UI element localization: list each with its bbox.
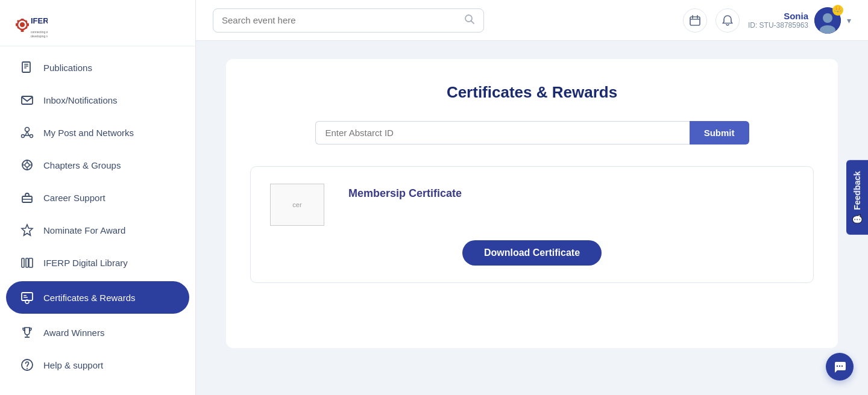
certificate-card: cer Membersip Certificate Download Certi… xyxy=(250,166,814,283)
feedback-label: Feedback xyxy=(852,171,862,210)
inbox-icon xyxy=(19,92,35,108)
sidebar-item-nominate[interactable]: Nominate For Award xyxy=(6,214,189,246)
svg-point-19 xyxy=(22,135,25,138)
calendar-button[interactable] xyxy=(683,8,707,33)
sidebar-item-chapters[interactable]: Chapters & Groups xyxy=(6,149,189,181)
search-icon[interactable] xyxy=(464,14,475,27)
abstract-id-input[interactable] xyxy=(315,121,690,145)
svg-rect-39 xyxy=(24,295,27,296)
svg-line-46 xyxy=(471,20,474,23)
svg-rect-40 xyxy=(24,297,28,298)
nominate-icon xyxy=(19,222,35,238)
svg-rect-5 xyxy=(27,23,29,26)
svg-rect-15 xyxy=(24,66,28,67)
sidebar-item-label: Publications xyxy=(43,63,92,73)
svg-point-56 xyxy=(841,365,843,367)
sidebar-item-label: Award Winners xyxy=(43,328,104,338)
user-section[interactable]: Sonia ID: STU-38785963 👑 ▾ xyxy=(748,7,851,34)
search-input[interactable] xyxy=(222,15,459,25)
svg-point-20 xyxy=(30,135,33,138)
sidebar-item-label: Nominate For Award xyxy=(43,225,125,235)
cert-top: cer Membersip Certificate xyxy=(270,184,794,226)
user-id: ID: STU-38785963 xyxy=(748,21,808,30)
svg-point-25 xyxy=(25,163,30,167)
header: Sonia ID: STU-38785963 👑 ▾ xyxy=(196,0,868,41)
page-content: Certificates & Rewards Submit cer Member… xyxy=(196,41,868,395)
svg-point-54 xyxy=(837,365,838,367)
svg-text:connecting engineers,: connecting engineers, xyxy=(31,30,48,34)
abstract-form: Submit xyxy=(315,121,749,145)
sidebar-item-certificates[interactable]: Certificates & Rewards xyxy=(6,281,189,314)
sidebar-item-label: IFERP Digital Library xyxy=(43,258,128,268)
career-icon xyxy=(19,190,35,205)
sidebar-item-help[interactable]: Help & support xyxy=(6,349,189,381)
logo-area: IFERP connecting engineers, developing r… xyxy=(0,0,195,46)
svg-point-18 xyxy=(25,128,30,132)
sidebar-item-library[interactable]: IFERP Digital Library xyxy=(6,246,189,279)
certificate-image: cer xyxy=(270,184,324,226)
chat-button[interactable] xyxy=(826,353,854,381)
sidebar-item-label: Inbox/Notifications xyxy=(43,95,118,105)
user-info: Sonia ID: STU-38785963 xyxy=(748,11,808,30)
crown-badge: 👑 xyxy=(832,5,843,16)
sidebar-item-label: Help & support xyxy=(43,360,103,370)
logo-icon: IFERP connecting engineers, developing r… xyxy=(12,10,48,39)
header-icons: Sonia ID: STU-38785963 👑 ▾ xyxy=(683,7,851,34)
svg-rect-14 xyxy=(24,64,28,65)
chapters-icon xyxy=(19,157,35,173)
feedback-tab[interactable]: 💬 Feedback xyxy=(846,160,868,235)
svg-rect-35 xyxy=(29,258,33,267)
search-bar[interactable] xyxy=(213,8,484,33)
download-certificate-button[interactable]: Download Certificate xyxy=(462,240,602,266)
page-title: Certificates & Rewards xyxy=(250,83,814,102)
sidebar-item-my-post[interactable]: My Post and Networks xyxy=(6,116,189,149)
sidebar-item-award-winners[interactable]: Award Winners xyxy=(6,316,189,349)
avatar-container: 👑 xyxy=(814,7,841,34)
svg-rect-4 xyxy=(16,23,17,26)
svg-point-1 xyxy=(20,22,25,27)
svg-rect-34 xyxy=(26,258,28,267)
sidebar-item-label: Chapters & Groups xyxy=(43,160,121,170)
svg-text:developing research: developing research xyxy=(31,34,48,38)
svg-rect-3 xyxy=(21,30,24,32)
svg-rect-2 xyxy=(21,19,24,20)
notification-button[interactable] xyxy=(715,8,740,33)
main-area: Sonia ID: STU-38785963 👑 ▾ Certificates … xyxy=(196,0,868,395)
sidebar-item-label: Certificates & Rewards xyxy=(43,293,136,303)
sidebar-item-label: My Post and Networks xyxy=(43,128,134,138)
content-card: Certificates & Rewards Submit cer Member… xyxy=(226,59,838,348)
trophy-icon xyxy=(19,325,35,340)
svg-rect-17 xyxy=(22,96,33,104)
svg-rect-33 xyxy=(22,258,24,267)
svg-marker-32 xyxy=(22,225,33,235)
network-icon xyxy=(19,125,35,140)
svg-point-52 xyxy=(823,13,832,23)
certificate-title: Membersip Certificate xyxy=(348,184,462,200)
cert-img-alt: cer xyxy=(292,201,301,208)
svg-rect-13 xyxy=(22,62,30,72)
svg-rect-16 xyxy=(24,67,27,69)
sidebar: IFERP connecting engineers, developing r… xyxy=(0,0,196,395)
help-icon xyxy=(19,357,35,373)
submit-button[interactable]: Submit xyxy=(690,121,749,145)
svg-text:IFERP: IFERP xyxy=(31,16,48,25)
feedback-icon: 💬 xyxy=(852,214,862,224)
sidebar-item-inbox[interactable]: Inbox/Notifications xyxy=(6,84,189,116)
publications-icon xyxy=(19,60,35,75)
sidebar-nav: Publications Inbox/Notifications My Post… xyxy=(0,46,195,395)
svg-point-55 xyxy=(839,365,840,367)
svg-rect-47 xyxy=(690,17,700,25)
svg-point-44 xyxy=(27,368,28,369)
user-name: Sonia xyxy=(748,11,808,21)
svg-rect-36 xyxy=(22,293,33,300)
chevron-down-icon[interactable]: ▾ xyxy=(847,16,851,25)
sidebar-item-label: Career Support xyxy=(43,193,105,203)
sidebar-item-publications[interactable]: Publications xyxy=(6,51,189,84)
sidebar-item-career[interactable]: Career Support xyxy=(6,181,189,214)
library-icon xyxy=(19,255,35,270)
certificates-icon xyxy=(19,290,35,305)
